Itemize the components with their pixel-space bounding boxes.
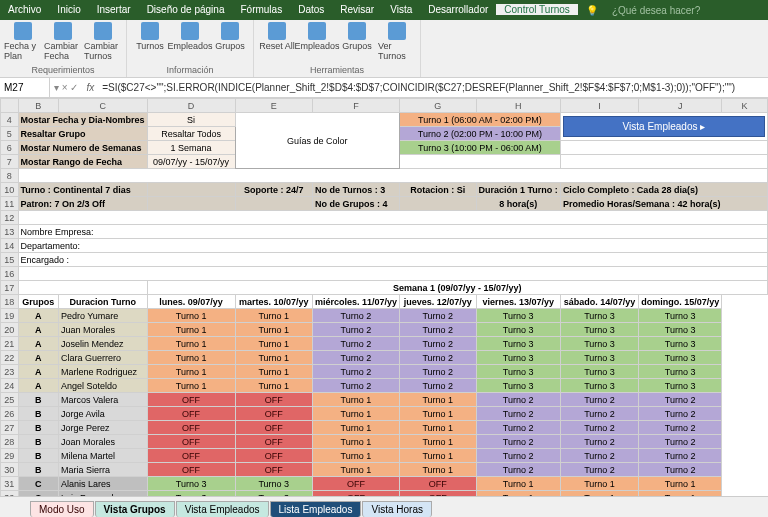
- cfg-value[interactable]: Resaltar Todos: [147, 127, 235, 141]
- menu-revisar[interactable]: Revisar: [332, 4, 382, 15]
- table-row[interactable]: 29BMilena MartelOFFOFFTurno 1Turno 1Turn…: [1, 449, 768, 463]
- shift-cell[interactable]: Turno 1: [399, 463, 476, 477]
- shift-cell[interactable]: Turno 1: [312, 435, 399, 449]
- menu-control-turnos[interactable]: Control Turnos: [496, 4, 578, 15]
- shift-cell[interactable]: Turno 3: [235, 477, 312, 491]
- shift-cell[interactable]: Turno 3: [639, 323, 722, 337]
- table-row[interactable]: 31CAlanis LaresTurno 3Turno 3OFFOFFTurno…: [1, 477, 768, 491]
- shift-cell[interactable]: Turno 2: [639, 435, 722, 449]
- shift-cell[interactable]: Turno 1: [399, 393, 476, 407]
- col-header[interactable]: D: [147, 99, 235, 113]
- menu-vista[interactable]: Vista: [382, 4, 420, 15]
- shift-cell[interactable]: Turno 2: [399, 309, 476, 323]
- shift-cell[interactable]: Turno 2: [560, 435, 638, 449]
- sheet-tab-vista-grupos[interactable]: Vista Grupos: [95, 501, 175, 517]
- ribbon-turnos[interactable]: Turnos: [131, 22, 169, 51]
- formula-controls[interactable]: ▾ × ✓: [50, 82, 82, 93]
- shift-cell[interactable]: Turno 2: [560, 421, 638, 435]
- ribbon-empleados[interactable]: Empleados: [298, 22, 336, 61]
- shift-cell[interactable]: Turno 2: [312, 323, 399, 337]
- shift-cell[interactable]: Turno 2: [476, 421, 560, 435]
- menu-fórmulas[interactable]: Fórmulas: [232, 4, 290, 15]
- shift-cell[interactable]: OFF: [235, 393, 312, 407]
- shift-cell[interactable]: OFF: [147, 421, 235, 435]
- name-box[interactable]: M27: [0, 78, 50, 97]
- meta-field[interactable]: Encargado :: [18, 253, 767, 267]
- shift-cell[interactable]: Turno 1: [147, 351, 235, 365]
- sheet-tab-modo-uso[interactable]: Modo Uso: [30, 501, 94, 517]
- vista-empleados-button[interactable]: Vista Empleados ▸: [563, 116, 765, 137]
- col-header[interactable]: G: [399, 99, 476, 113]
- meta-field[interactable]: Nombre Empresa:: [18, 225, 767, 239]
- sheet-tab-vista-empleados[interactable]: Vista Empleados: [176, 501, 269, 517]
- shift-cell[interactable]: OFF: [147, 449, 235, 463]
- shift-cell[interactable]: Turno 1: [312, 421, 399, 435]
- table-row[interactable]: 27BJorge PerezOFFOFFTurno 1Turno 1Turno …: [1, 421, 768, 435]
- shift-cell[interactable]: Turno 3: [639, 351, 722, 365]
- shift-cell[interactable]: Turno 2: [560, 463, 638, 477]
- col-header[interactable]: F: [312, 99, 399, 113]
- shift-cell[interactable]: Turno 1: [399, 407, 476, 421]
- shift-cell[interactable]: Turno 2: [560, 449, 638, 463]
- shift-cell[interactable]: OFF: [147, 463, 235, 477]
- table-row[interactable]: 30BMaria SierraOFFOFFTurno 1Turno 1Turno…: [1, 463, 768, 477]
- cfg-value[interactable]: 09/07/yy - 15/07/yy: [147, 155, 235, 169]
- worksheet[interactable]: BCDEFGHIJK4Mostar Fecha y Dia-NombresSiG…: [0, 98, 768, 496]
- shift-cell[interactable]: Turno 1: [399, 421, 476, 435]
- col-header[interactable]: H: [476, 99, 560, 113]
- menu-inicio[interactable]: Inicio: [49, 4, 88, 15]
- fx-icon[interactable]: fx: [82, 82, 98, 93]
- shift-cell[interactable]: Turno 1: [235, 365, 312, 379]
- shift-cell[interactable]: Turno 1: [147, 323, 235, 337]
- shift-cell[interactable]: Turno 3: [476, 379, 560, 393]
- cfg-value[interactable]: 1 Semana: [147, 141, 235, 155]
- shift-cell[interactable]: Turno 3: [560, 379, 638, 393]
- shift-cell[interactable]: Turno 3: [147, 477, 235, 491]
- shift-cell[interactable]: OFF: [147, 435, 235, 449]
- shift-cell[interactable]: Turno 2: [312, 365, 399, 379]
- shift-cell[interactable]: OFF: [312, 477, 399, 491]
- shift-cell[interactable]: Turno 3: [639, 337, 722, 351]
- shift-cell[interactable]: Turno 2: [639, 449, 722, 463]
- shift-cell[interactable]: Turno 2: [312, 379, 399, 393]
- shift-cell[interactable]: Turno 3: [639, 379, 722, 393]
- shift-cell[interactable]: Turno 1: [235, 337, 312, 351]
- shift-cell[interactable]: Turno 1: [399, 435, 476, 449]
- shift-cell[interactable]: Turno 2: [560, 393, 638, 407]
- shift-cell[interactable]: Turno 1: [639, 477, 722, 491]
- col-header[interactable]: I: [560, 99, 638, 113]
- shift-cell[interactable]: Turno 2: [312, 309, 399, 323]
- shift-cell[interactable]: Turno 2: [312, 351, 399, 365]
- shift-cell[interactable]: Turno 2: [399, 323, 476, 337]
- shift-cell[interactable]: Turno 3: [476, 351, 560, 365]
- sheet-tab-vista-horas[interactable]: Vista Horas: [362, 501, 432, 517]
- shift-cell[interactable]: Turno 3: [639, 365, 722, 379]
- table-row[interactable]: 25BMarcos ValeraOFFOFFTurno 1Turno 1Turn…: [1, 393, 768, 407]
- ribbon-grupos[interactable]: Grupos: [338, 22, 376, 61]
- col-header[interactable]: E: [235, 99, 312, 113]
- ribbon-ver-turnos[interactable]: Ver Turnos: [378, 22, 416, 61]
- shift-cell[interactable]: Turno 1: [312, 449, 399, 463]
- col-header[interactable]: K: [722, 99, 768, 113]
- shift-cell[interactable]: Turno 1: [560, 477, 638, 491]
- shift-cell[interactable]: Turno 3: [560, 323, 638, 337]
- shift-cell[interactable]: Turno 3: [476, 309, 560, 323]
- shift-cell[interactable]: Turno 1: [312, 407, 399, 421]
- table-row[interactable]: 23AMarlene RodriguezTurno 1Turno 1Turno …: [1, 365, 768, 379]
- shift-cell[interactable]: Turno 1: [399, 449, 476, 463]
- shift-cell[interactable]: Turno 2: [476, 393, 560, 407]
- cfg-value[interactable]: Si: [147, 113, 235, 127]
- shift-cell[interactable]: Turno 1: [235, 379, 312, 393]
- shift-cell[interactable]: OFF: [235, 407, 312, 421]
- shift-cell[interactable]: Turno 1: [147, 379, 235, 393]
- shift-cell[interactable]: Turno 2: [399, 337, 476, 351]
- ribbon-cambiar-fecha[interactable]: Cambiar Fecha: [44, 22, 82, 61]
- shift-cell[interactable]: Turno 2: [399, 351, 476, 365]
- shift-cell[interactable]: Turno 1: [235, 323, 312, 337]
- menu-insertar[interactable]: Insertar: [89, 4, 139, 15]
- table-row[interactable]: 21AJoselin MendezTurno 1Turno 1Turno 2Tu…: [1, 337, 768, 351]
- formula-input[interactable]: =SI($C27<>"";SI.ERROR(INDICE(Planner_Shi…: [98, 82, 768, 93]
- menu-datos[interactable]: Datos: [290, 4, 332, 15]
- shift-cell[interactable]: Turno 3: [560, 337, 638, 351]
- col-header[interactable]: J: [639, 99, 722, 113]
